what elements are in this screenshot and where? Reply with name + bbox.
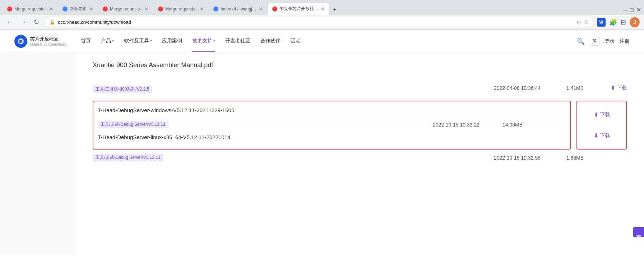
- nav-home[interactable]: 首页: [81, 31, 91, 52]
- nav-events[interactable]: 活动: [291, 31, 301, 52]
- highlighted-download-buttons: ⬇ 下载 ⬇ 下载: [576, 101, 627, 150]
- nav-forward-button[interactable]: →: [18, 18, 29, 27]
- tab-4-close[interactable]: ✕: [200, 6, 204, 12]
- nav-support-label: 技术支持: [192, 38, 212, 44]
- download-label-1: 下载: [617, 85, 627, 91]
- file-info-2: T-Head-DebugServer-windows-V5.12.11-2021…: [98, 107, 566, 116]
- highlighted-files-group: T-Head-DebugServer-windows-V5.12.11-2021…: [93, 101, 571, 150]
- tab-5[interactable]: Index of /~wangj… ✕: [209, 3, 267, 15]
- tab-2-label: 新标签页: [70, 6, 87, 12]
- tab-5-close[interactable]: ✕: [259, 6, 263, 12]
- tab-2-close[interactable]: ✕: [89, 6, 93, 12]
- minimize-icon[interactable]: ─: [623, 7, 627, 13]
- file-row-1: 工具/工具链-900系列/V2.2.5 2022-04-08 19:36:44 …: [93, 78, 627, 98]
- file-list: 工具/工具链-900系列/V2.2.5 2022-04-08 19:36:44 …: [93, 78, 627, 164]
- tab-3-label: Merge requests ·: [110, 6, 142, 12]
- file-size-2: 14.00MB: [479, 122, 523, 128]
- content-area: Xuantie 900 Series Assembler Manual.pdf …: [0, 53, 644, 254]
- nav-products-label: 产品: [101, 38, 111, 44]
- bookmark-icon[interactable]: ☆: [584, 19, 589, 26]
- site-logo[interactable]: 芯片开放社区 Open Chip Community: [14, 35, 66, 48]
- tab-3-close[interactable]: ✕: [144, 6, 149, 12]
- file-row-2b: 工具/调试-Debug Server/V5.12.11 2022-10-15 1…: [93, 119, 570, 130]
- browser-chrome: Merge requests · ✕ 新标签页 ✕ Merge requests…: [0, 0, 644, 30]
- nav-developers[interactable]: 开发者社区: [225, 31, 250, 52]
- file-download-1: ⬇ 下载: [584, 84, 627, 91]
- user-avatar-button[interactable]: J: [630, 17, 640, 27]
- tab-6-favicon: [272, 6, 277, 12]
- logo-main-text: 芯片开放社区: [30, 36, 66, 42]
- download-button-1[interactable]: ⬇ 下载: [611, 84, 627, 91]
- tab-1-close[interactable]: ✕: [49, 6, 53, 12]
- file-date-3: 2022-10-15 10:32:58: [469, 155, 541, 161]
- file-row-3: T-Head-DebugServer-linux-x86_64-V5.12.11…: [93, 130, 570, 149]
- download-button-3[interactable]: ⬇ 下载: [594, 132, 610, 139]
- maximize-icon[interactable]: □: [630, 7, 634, 13]
- share-icon[interactable]: ⎋: [577, 19, 581, 26]
- address-bar[interactable]: 🔒 occ.t-head.cn/community/download ⎋ ☆: [44, 17, 594, 27]
- register-button[interactable]: 注册: [620, 38, 630, 45]
- security-lock-icon: 🔒: [50, 20, 55, 25]
- site-header: 芯片开放社区 Open Chip Community 首页 产品 ▾ 软件及工具…: [0, 30, 644, 53]
- tab-6-close[interactable]: ✕: [320, 6, 325, 12]
- tab-4[interactable]: Merge requests · ✕: [154, 3, 208, 15]
- nav-partners[interactable]: 合作伙伴: [260, 31, 281, 52]
- tab-6[interactable]: 平头哥芯片开放社… ✕: [268, 3, 329, 15]
- file-name-3: T-Head-DebugServer-linux-x86_64-V5.12.11…: [98, 134, 566, 140]
- download-button-2[interactable]: ⬇ 下载: [594, 111, 610, 118]
- file-tag-1[interactable]: 工具/工具链-900系列/V2.2.5: [93, 86, 152, 93]
- close-window-icon[interactable]: ✕: [636, 6, 641, 13]
- tab-5-favicon: [213, 6, 218, 12]
- tab-4-label: Merge requests ·: [165, 6, 198, 12]
- download-icon-1: ⬇: [611, 84, 615, 91]
- nav-software[interactable]: 软件及工具 ▾: [124, 31, 152, 52]
- tab-1-label: Merge requests ·: [14, 6, 47, 12]
- file-row-2: T-Head-DebugServer-windows-V5.12.11-2021…: [93, 101, 570, 119]
- tab-3[interactable]: Merge requests · ✕: [98, 3, 153, 15]
- tab-2[interactable]: 新标签页 ✕: [58, 3, 98, 15]
- highlighted-section: T-Head-DebugServer-windows-V5.12.11-2021…: [93, 101, 627, 150]
- lang-button[interactable]: 英: [590, 37, 599, 46]
- tab-bar: Merge requests · ✕ 新标签页 ✕ Merge requests…: [0, 0, 644, 15]
- logo-text: 芯片开放社区 Open Chip Community: [30, 36, 66, 46]
- toolbar-actions: W 🧩 ⊟ J: [597, 17, 640, 27]
- nav-refresh-button[interactable]: ↻: [32, 18, 41, 27]
- tab-2-favicon: [62, 6, 68, 12]
- side-panel-share-button[interactable]: 页面 分享: [633, 227, 644, 237]
- logo-svg: [17, 37, 25, 46]
- nav-products-chevron: ▾: [112, 39, 114, 43]
- download-icon-2: ⬇: [594, 111, 598, 118]
- file-row-3b: 工具/调试-Debug Server/V5.12.11 2022-10-15 1…: [93, 152, 627, 164]
- address-actions: ⎋ ☆: [577, 19, 589, 26]
- login-button[interactable]: 登录: [604, 38, 615, 45]
- split-screen-icon[interactable]: ⊟: [621, 18, 626, 26]
- tab-1[interactable]: Merge requests · ✕: [3, 3, 57, 15]
- extension-w-button[interactable]: W: [597, 18, 606, 27]
- download-icon-3: ⬇: [594, 132, 598, 139]
- header-search-icon[interactable]: 🔍: [577, 37, 585, 45]
- tab-4-favicon: [158, 6, 163, 12]
- logo-sub-text: Open Chip Community: [30, 42, 66, 46]
- nav-cases[interactable]: 应用案例: [162, 31, 182, 52]
- file-info-3: T-Head-DebugServer-linux-x86_64-V5.12.11…: [98, 134, 566, 143]
- window-controls: ─ □ ✕: [623, 6, 641, 15]
- tab-5-label: Index of /~wangj…: [221, 6, 256, 12]
- file-size-1: 1.41MB: [541, 85, 584, 91]
- file-name-2: T-Head-DebugServer-windows-V5.12.11-2021…: [98, 107, 566, 113]
- file-tag-3[interactable]: 工具/调试-Debug Server/V5.12.11: [93, 154, 163, 161]
- nav-support[interactable]: 技术支持 ▾: [192, 31, 215, 52]
- nav-software-chevron: ▾: [150, 39, 152, 43]
- extension-puzzle-icon[interactable]: 🧩: [609, 18, 617, 26]
- download-label-3: 下载: [600, 132, 610, 139]
- nav-products[interactable]: 产品 ▾: [101, 31, 114, 52]
- file-date-2: 2022-10-15 10:33:22: [408, 122, 479, 128]
- nav-software-label: 软件及工具: [124, 38, 149, 44]
- file-size-3: 1.66MB: [541, 155, 584, 161]
- file-tag-2[interactable]: 工具/调试-Debug Server/V5.12.11: [98, 121, 168, 128]
- new-tab-button[interactable]: +: [330, 5, 340, 15]
- file-info-2b: 工具/调试-Debug Server/V5.12.11: [98, 121, 408, 128]
- file-info-1: 工具/工具链-900系列/V2.2.5: [93, 83, 469, 93]
- nav-back-button[interactable]: ←: [4, 18, 15, 27]
- address-text: occ.t-head.cn/community/download: [58, 19, 574, 25]
- main-content: Xuantie 900 Series Assembler Manual.pdf …: [75, 53, 644, 254]
